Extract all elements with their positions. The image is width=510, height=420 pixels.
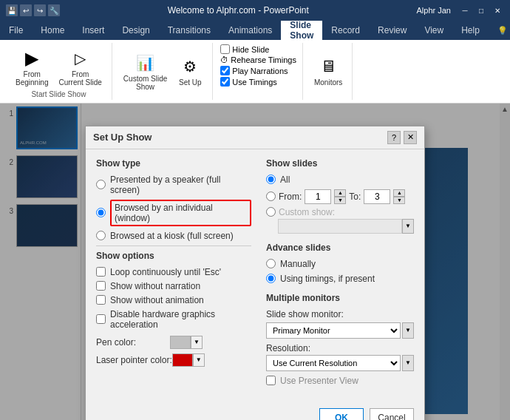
presenter-view-checkbox[interactable] <box>266 376 276 385</box>
radio-kiosk-input[interactable] <box>96 231 106 240</box>
laser-color-dropdown[interactable]: ▼ <box>193 353 205 367</box>
tab-file[interactable]: File <box>0 21 32 40</box>
tab-transitions[interactable]: Transitions <box>159 21 220 40</box>
radio-all-label: All <box>280 175 290 185</box>
quick-access-toolbar: 💾 ↩ ↪ 🔧 <box>6 4 60 16</box>
ribbon-options-items: Hide Slide ⏱ Rehearse Timings Play Narra… <box>220 44 296 98</box>
radio-using-timings-input[interactable] <box>266 274 276 283</box>
radio-from-input[interactable] <box>266 192 276 201</box>
narrations-row: Play Narrations <box>220 66 288 75</box>
monitor-select[interactable]: Primary Monitor <box>266 322 401 339</box>
from-current-button[interactable]: ▷ FromCurrent Slide <box>55 44 105 89</box>
user-label: Alphr Jan <box>417 6 451 15</box>
disable-hw-label: Disable hardware graphics acceleration <box>110 309 251 330</box>
monitors-button[interactable]: 🖥 Monitors <box>310 52 346 89</box>
tab-home[interactable]: Home <box>32 21 73 40</box>
no-animation-label: Show without animation <box>110 295 204 305</box>
from-spin-up[interactable]: ▲ <box>334 189 346 197</box>
disable-hw-checkbox[interactable] <box>96 314 106 324</box>
title-bar-left: 💾 ↩ ↪ 🔧 <box>6 4 60 16</box>
show-slides-section: Show slides All From: ▲ ▼ <box>266 158 414 234</box>
radio-speaker-input[interactable] <box>96 180 106 189</box>
play-narrations-checkbox[interactable] <box>220 66 230 75</box>
tab-view[interactable]: View <box>415 21 452 40</box>
custom-show-input[interactable] <box>278 219 402 234</box>
radio-manually-label: Manually <box>280 259 316 269</box>
tab-slideshow[interactable]: Slide Show <box>281 21 322 40</box>
presenter-view-label: Use Presenter View <box>280 376 358 386</box>
ribbon-group-monitors: 🖥 Monitors <box>305 43 353 100</box>
tab-animations[interactable]: Animations <box>220 21 281 40</box>
dialog-close-button[interactable]: ✕ <box>404 131 417 144</box>
radio-using-timings-label: Using timings, if present <box>280 274 375 284</box>
tab-tell-me[interactable]: 💡 Tell me <box>489 21 510 40</box>
hide-slide-checkbox[interactable] <box>220 44 230 54</box>
dialog-footer: OK Cancel <box>86 402 424 421</box>
show-type-section: Show type Presented by a speaker (full s… <box>96 158 251 241</box>
custom-show-label: Custom show: <box>279 207 335 217</box>
redo-icon[interactable]: ↪ <box>34 4 46 16</box>
save-icon[interactable]: 💾 <box>6 4 18 16</box>
monitor-dropdown-row: Primary Monitor ▼ <box>266 322 414 339</box>
tab-insert[interactable]: Insert <box>73 21 113 40</box>
dialog-right-column: Show slides All From: ▲ ▼ <box>266 158 414 393</box>
checkbox-loop: Loop continuously until 'Esc' <box>96 267 251 277</box>
resolution-select[interactable]: Use Current Resolution <box>266 355 401 371</box>
customize-icon[interactable]: 🔧 <box>48 4 60 16</box>
resolution-dropdown-row: Use Current Resolution ▼ <box>266 355 414 371</box>
ok-button[interactable]: OK <box>319 408 364 421</box>
radio-individual-input[interactable] <box>96 208 106 217</box>
minimize-button[interactable]: ─ <box>458 4 472 16</box>
custom-show-dropdown[interactable]: ▼ <box>402 219 414 234</box>
setup-label: Set Up <box>179 78 202 87</box>
slide-show-monitor-label: Slide show monitor: <box>266 309 414 319</box>
undo-icon[interactable]: ↩ <box>20 4 32 16</box>
custom-slide-show-button[interactable]: 📊 Custom SlideShow <box>120 49 171 93</box>
tab-record[interactable]: Record <box>322 21 369 40</box>
tab-review[interactable]: Review <box>369 21 415 40</box>
pen-color-dropdown[interactable]: ▼ <box>191 336 203 349</box>
to-value-input[interactable] <box>364 189 390 204</box>
dialog-title-bar: Set Up Show ? ✕ <box>86 126 424 149</box>
divider-1 <box>96 245 251 246</box>
narrations-label: Play Narrations <box>232 67 288 75</box>
start-slideshow-label: Start Slide Show <box>31 90 86 98</box>
from-current-icon: ▷ <box>69 47 92 70</box>
dialog-help-button[interactable]: ? <box>387 131 401 144</box>
from-current-label: FromCurrent Slide <box>58 70 101 87</box>
from-beginning-button[interactable]: ▶ FromBeginning <box>12 44 52 89</box>
monitors-items: 🖥 Monitors <box>310 44 346 97</box>
laser-color-swatch <box>172 353 193 367</box>
from-spin-down[interactable]: ▼ <box>334 197 346 204</box>
to-spin: ▲ ▼ <box>393 189 405 204</box>
stopwatch-icon: ⏱ <box>220 55 228 64</box>
radio-speaker: Presented by a speaker (full screen) <box>96 175 251 195</box>
show-type-title: Show type <box>96 158 251 169</box>
loop-checkbox[interactable] <box>96 267 106 277</box>
presenter-view-row: Use Presenter View <box>266 376 414 386</box>
pen-color-label: Pen color: <box>96 337 170 348</box>
from-row: From: ▲ ▼ To: ▲ ▼ <box>266 189 414 204</box>
radio-manually-input[interactable] <box>266 259 276 268</box>
monitor-dropdown-btn[interactable]: ▼ <box>402 322 414 339</box>
to-spin-down[interactable]: ▼ <box>393 197 405 204</box>
maximize-button[interactable]: □ <box>475 4 488 16</box>
pen-color-swatch <box>170 336 191 349</box>
custom-show-row: Custom show: <box>266 207 414 217</box>
radio-individual-label: Browsed by an individual (window) <box>110 200 251 226</box>
rehearse-label: Rehearse Timings <box>231 55 296 64</box>
resolution-dropdown-btn[interactable]: ▼ <box>402 355 414 371</box>
no-animation-checkbox[interactable] <box>96 295 106 305</box>
tab-design[interactable]: Design <box>113 21 158 40</box>
to-spin-up[interactable]: ▲ <box>393 189 405 197</box>
tab-help[interactable]: Help <box>452 21 489 40</box>
radio-all-slides-input[interactable] <box>266 175 276 184</box>
close-button[interactable]: ✕ <box>491 4 504 16</box>
radio-custom-show-input[interactable] <box>266 207 276 217</box>
setup-button[interactable]: ⚙ Set Up <box>174 52 206 89</box>
use-timings-checkbox[interactable] <box>220 77 230 87</box>
from-value-input[interactable] <box>305 189 331 204</box>
no-narration-checkbox[interactable] <box>96 281 106 291</box>
cancel-button[interactable]: Cancel <box>370 408 414 421</box>
dialog-title: Set Up Show <box>93 132 152 143</box>
